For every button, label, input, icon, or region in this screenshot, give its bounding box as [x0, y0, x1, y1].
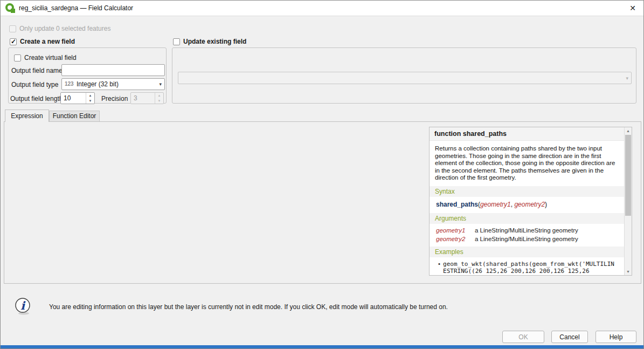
output-field-length-spinner[interactable]: 10 ▲▼: [60, 92, 95, 104]
bottom-accent-strip: [1, 345, 643, 348]
chevron-down-icon: ▾: [159, 81, 162, 87]
create-new-field-label: Create a new field: [20, 38, 75, 46]
spin-up-icon[interactable]: ▲: [155, 93, 163, 98]
output-field-length-value: 10: [64, 93, 71, 104]
output-field-name-label: Output field name: [11, 67, 63, 75]
output-field-type-label: Output field type: [11, 81, 58, 89]
window-title: reg_sicilia_sardegna — Field Calculator: [19, 1, 133, 16]
argument-name: geometry2: [436, 236, 475, 242]
create-virtual-field-label: Create virtual field: [24, 54, 77, 62]
tab-function-editor[interactable]: Function Editor: [49, 111, 100, 122]
spin-down-icon[interactable]: ▼: [86, 98, 94, 104]
argument-desc: a LineString/MultiLineString geometry: [475, 227, 578, 234]
example-item: •geom_to_wkt(shared_paths(geom_from_wkt(…: [430, 257, 625, 275]
precision-label: Precision: [101, 95, 128, 103]
close-icon: ✕: [629, 4, 636, 12]
examples-header: Examples: [430, 247, 625, 257]
syntax-token: geometry2: [514, 201, 545, 208]
help-scrollbar[interactable]: ▲ ▼: [624, 127, 632, 275]
close-button[interactable]: ✕: [625, 1, 640, 16]
existing-field-select[interactable]: ▾: [178, 72, 632, 84]
arguments-header: Arguments: [430, 213, 625, 224]
syntax-code: shared_paths(geometry1, geometry2): [430, 197, 625, 212]
scrollbar-thumb[interactable]: [625, 135, 631, 216]
arguments-table: geometry1a LineString/MultiLineString ge…: [430, 224, 625, 245]
only-update-label: Only update 0 selected features: [19, 25, 110, 33]
help-button[interactable]: Help: [595, 331, 636, 343]
syntax-token: shared_paths: [436, 201, 478, 208]
spin-up-icon[interactable]: ▲: [86, 93, 94, 98]
argument-row: geometry2a LineString/MultiLineString ge…: [430, 235, 625, 243]
create-new-field-checkbox[interactable]: [10, 38, 17, 45]
help-description: Returns a collection containing paths sh…: [430, 141, 625, 185]
argument-name: geometry1: [436, 227, 475, 234]
integer-type-icon: 123: [65, 79, 74, 90]
chevron-down-icon: ▾: [626, 76, 628, 81]
precision-spinner[interactable]: 3 ▲▼: [130, 92, 164, 104]
output-field-type-select[interactable]: 123 Integer (32 bit) ▾: [61, 78, 165, 90]
cancel-button[interactable]: Cancel: [551, 331, 588, 343]
window-titlebar: reg_sicilia_sardegna — Field Calculator …: [1, 1, 643, 16]
help-function-title: function shared_paths: [430, 127, 625, 141]
update-existing-field-checkbox[interactable]: [173, 38, 180, 45]
bullet-icon: •: [438, 261, 440, 267]
argument-row: geometry1a LineString/MultiLineString ge…: [430, 226, 625, 235]
qgis-logo-icon: [5, 3, 16, 13]
create-virtual-field-checkbox[interactable]: [14, 54, 21, 61]
scrollbar-up-icon[interactable]: ▲: [625, 127, 632, 134]
only-update-checkbox[interactable]: [9, 25, 16, 32]
syntax-header: Syntax: [430, 186, 625, 197]
spin-down-icon[interactable]: ▼: [155, 98, 163, 104]
help-content: function shared_paths Returns a collecti…: [430, 127, 625, 275]
argument-desc: a LineString/MultiLineString geometry: [475, 236, 578, 242]
output-field-name-input[interactable]: [61, 64, 165, 76]
syntax-token: geometry1: [480, 201, 511, 208]
precision-value: 3: [134, 93, 137, 104]
output-field-type-value: Integer (32 bit): [77, 79, 119, 90]
example-code: geom_to_wkt(shared_paths(geom_from_wkt('…: [443, 261, 614, 275]
output-field-length-label: Output field length: [10, 95, 63, 103]
update-existing-field-label: Update existing field: [183, 38, 246, 46]
info-icon: i: [13, 297, 33, 316]
new-field-groupbox: Create virtual field Output field name O…: [8, 47, 167, 104]
scrollbar-down-icon[interactable]: ▼: [625, 268, 632, 275]
update-field-groupbox: ▾: [172, 47, 636, 104]
edit-mode-message: You are editing information on this laye…: [49, 303, 588, 311]
tab-expression[interactable]: Expression: [5, 110, 49, 122]
field-calculator-dialog: reg_sicilia_sardegna — Field Calculator …: [0, 0, 644, 349]
ok-button[interactable]: OK: [502, 331, 544, 343]
syntax-token: ): [545, 201, 547, 208]
help-panel: function shared_paths Returns a collecti…: [429, 127, 632, 276]
